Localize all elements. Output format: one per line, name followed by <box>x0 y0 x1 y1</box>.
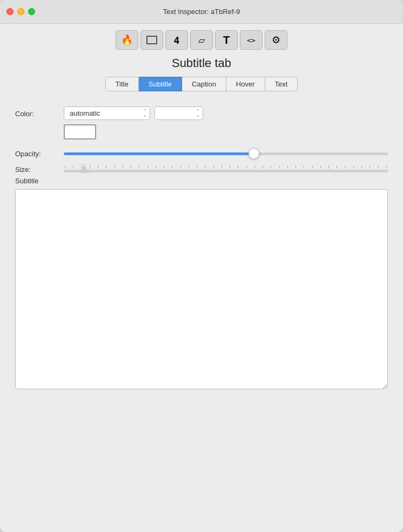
four-icon: 4 <box>174 35 180 46</box>
window-title: Text Inspector: aTbRef-9 <box>163 8 240 16</box>
minimize-button[interactable] <box>17 8 24 15</box>
layout-toolbar-button[interactable]: ▱ <box>190 30 213 50</box>
tab-title[interactable]: Title <box>105 77 139 91</box>
text-toolbar-button[interactable]: T <box>215 30 238 50</box>
title-bar: Text Inspector: aTbRef-9 <box>0 0 403 24</box>
color-secondary-dropdown[interactable] <box>155 107 203 120</box>
size-row: Size: <box>15 165 388 174</box>
tab-subtitle[interactable]: Subtitle <box>139 77 182 91</box>
size-label: Size: <box>15 165 64 174</box>
subtitle-section-label: Subtitle <box>15 177 388 185</box>
square-toolbar-button[interactable] <box>140 30 163 50</box>
tab-text[interactable]: Text <box>265 77 298 91</box>
color-label: Color: <box>15 107 64 118</box>
color-dropdown-wrapper: automatic black white custom <box>64 107 150 120</box>
square-icon <box>146 36 157 44</box>
code-toolbar-button[interactable]: <> <box>240 30 263 50</box>
content-area: Color: automatic black white custom <box>0 100 403 532</box>
size-tick-container <box>64 165 388 172</box>
tab-caption[interactable]: Caption <box>182 77 226 91</box>
opacity-row: Opacity: <box>15 147 388 160</box>
layout-icon: ▱ <box>198 35 205 45</box>
toolbar: 🔥 4 ▱ T <> ⚙ <box>0 24 403 54</box>
app-window: Text Inspector: aTbRef-9 🔥 4 ▱ T <> ⚙ Su… <box>0 0 403 532</box>
section-title: Subtitle tab <box>0 56 403 70</box>
text-icon: T <box>223 34 230 46</box>
opacity-slider[interactable] <box>64 152 388 155</box>
close-button[interactable] <box>6 8 14 15</box>
subtitle-textarea[interactable] <box>15 189 388 389</box>
color-controls: automatic black white custom <box>64 107 388 139</box>
maximize-button[interactable] <box>28 8 35 15</box>
opacity-label: Opacity: <box>15 150 64 158</box>
four-toolbar-button[interactable]: 4 <box>165 30 188 50</box>
tab-bar: Title Subtitle Caption Hover Text <box>11 77 392 91</box>
traffic-lights <box>6 8 35 15</box>
code-icon: <> <box>247 36 256 44</box>
gear-toolbar-button[interactable]: ⚙ <box>265 30 287 50</box>
size-slider[interactable] <box>64 170 388 172</box>
fire-icon: 🔥 <box>121 34 133 46</box>
tab-hover[interactable]: Hover <box>226 77 265 91</box>
gear-icon: ⚙ <box>272 34 280 46</box>
color-dropdown[interactable]: automatic black white custom <box>64 107 150 120</box>
opacity-slider-container <box>64 147 388 160</box>
color-row: Color: automatic black white custom <box>15 107 388 139</box>
color-swatch[interactable] <box>64 124 96 139</box>
fire-toolbar-button[interactable]: 🔥 <box>116 30 138 50</box>
color-secondary-dropdown-wrapper <box>155 107 203 120</box>
